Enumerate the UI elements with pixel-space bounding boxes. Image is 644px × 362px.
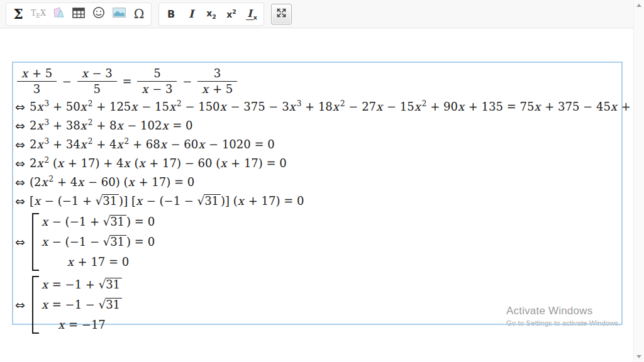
fraction: 3x + 5 xyxy=(197,67,237,96)
editor-page: { "symbols": { "iff": "⇔" }, "colors": {… xyxy=(0,0,644,362)
equation-line: ⇔5x3 + 50x2 + 125x − 15x2 − 150x − 375 −… xyxy=(15,99,619,115)
scroll-up-arrow[interactable] xyxy=(636,4,641,7)
omega-icon: Ω xyxy=(134,6,145,21)
fraction: x + 53 xyxy=(17,67,57,96)
toolbar: Σ TEX xyxy=(0,0,633,28)
iff-arrow: ⇔ xyxy=(15,195,25,207)
iff-arrow: ⇔ xyxy=(15,158,25,170)
equation-line: ⇔2x3 + 38x2 + 8x − 102x = 0 xyxy=(15,118,619,134)
fraction: x − 35 xyxy=(77,67,117,96)
equation-button[interactable]: Σ xyxy=(9,4,28,23)
iff-arrow: ⇔ xyxy=(15,299,25,311)
smiley-icon xyxy=(92,6,105,21)
toolbar-group-format: B I x2 x2 Ix xyxy=(158,3,264,26)
cases-bracket: x − (−1 + √31) = 0x − (−1 − √31) = 0x + … xyxy=(31,212,157,272)
shapes-icon xyxy=(52,6,65,21)
iff-arrow: ⇔ xyxy=(15,139,25,151)
tex-button[interactable]: TEX xyxy=(29,4,48,23)
shapes-button[interactable] xyxy=(49,4,68,23)
toolbar-group-insert: Σ TEX xyxy=(6,3,152,26)
iff-arrow: ⇔ xyxy=(15,120,25,132)
equation-line: ⇔2x2 (x + 17) + 4x (x + 17) − 60 (x + 17… xyxy=(15,155,619,172)
scroll-down-arrow[interactable] xyxy=(636,355,641,358)
fullscreen-icon xyxy=(276,8,287,21)
equation-line: x + 53 − x − 35 = 5x − 3 − 3x + 5 xyxy=(15,67,619,96)
iff-arrow: ⇔ xyxy=(15,236,25,248)
equation-line: ⇔[x − (−1 + √31)] [x − (−1 − √31)] (x + … xyxy=(15,193,619,209)
italic-button[interactable]: I xyxy=(182,4,201,23)
equation-line: ⇔x − (−1 + √31) = 0x − (−1 − √31) = 0x +… xyxy=(15,212,619,272)
remove-format-button[interactable]: Ix xyxy=(242,4,261,23)
table-button[interactable] xyxy=(69,4,88,23)
tex-icon: TEX xyxy=(31,9,46,19)
cases-bracket: x = −1 + √31x = −1 − √31x = −17 xyxy=(31,275,125,335)
equation-line: ⇔(2x2 + 4x − 60) (x + 17) = 0 xyxy=(15,174,619,190)
bold-icon: B xyxy=(167,8,175,20)
special-char-button[interactable]: Ω xyxy=(130,4,148,23)
equation-line: ⇔x = −1 + √31x = −1 − √31x = −17 xyxy=(15,275,619,335)
fraction: 5x − 3 xyxy=(137,67,177,96)
subscript-icon: x2 xyxy=(206,8,216,20)
image-icon xyxy=(113,8,126,20)
smiley-button[interactable] xyxy=(89,4,108,23)
iff-arrow: ⇔ xyxy=(15,101,25,113)
image-button[interactable] xyxy=(109,4,128,23)
superscript-icon: x2 xyxy=(226,8,236,19)
superscript-button[interactable]: x2 xyxy=(222,4,241,23)
vertical-scrollbar[interactable] xyxy=(633,0,644,362)
iff-arrow: ⇔ xyxy=(15,177,25,189)
remove-format-icon: Ix xyxy=(246,8,257,21)
sigma-icon: Σ xyxy=(13,6,23,22)
italic-icon: I xyxy=(189,8,194,20)
equation-block[interactable]: x + 53 − x − 35 = 5x − 3 − 3x + 5⇔5x3 + … xyxy=(12,62,623,325)
table-icon xyxy=(72,8,85,21)
maximize-button[interactable] xyxy=(271,4,292,25)
bold-button[interactable]: B xyxy=(162,4,180,23)
equation-line: ⇔2x3 + 34x2 + 4x2 + 68x − 60x − 1020 = 0 xyxy=(15,136,619,153)
subscript-button[interactable]: x2 xyxy=(202,4,221,23)
